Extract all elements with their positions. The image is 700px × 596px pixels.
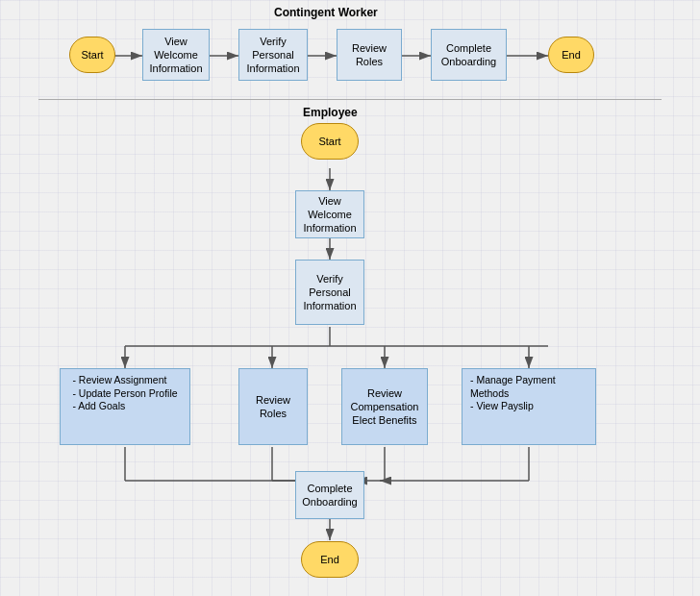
section-divider bbox=[38, 99, 662, 100]
employee-review-assignment-node: - Review Assignment - Update Person Prof… bbox=[60, 368, 190, 445]
contingent-complete-onboarding-node: Complete Onboarding bbox=[431, 29, 507, 81]
employee-view-welcome-node: View Welcome Information bbox=[295, 190, 364, 238]
employee-complete-onboarding-node: Complete Onboarding bbox=[295, 471, 364, 519]
employee-verify-personal-node: Verify Personal Information bbox=[295, 260, 364, 325]
employee-end-node: End bbox=[301, 541, 359, 578]
contingent-end-node: End bbox=[548, 37, 594, 73]
employee-start-node: Start bbox=[301, 123, 359, 160]
contingent-view-welcome-node: View Welcome Information bbox=[142, 29, 210, 81]
diagram-container: Contingent Worker Start View Welcome Inf… bbox=[0, 0, 700, 596]
employee-manage-payment-node: - Manage Payment Methods - View Payslip bbox=[462, 368, 596, 445]
contingent-review-roles-node: Review Roles bbox=[337, 29, 402, 81]
contingent-verify-personal-node: Verify Personal Information bbox=[238, 29, 308, 81]
employee-title: Employee bbox=[303, 106, 358, 119]
contingent-start-node: Start bbox=[69, 37, 115, 73]
contingent-worker-title: Contingent Worker bbox=[274, 6, 378, 19]
employee-review-roles-node: Review Roles bbox=[238, 368, 308, 445]
employee-review-compensation-node: Review Compensation Elect Benefits bbox=[341, 368, 428, 445]
